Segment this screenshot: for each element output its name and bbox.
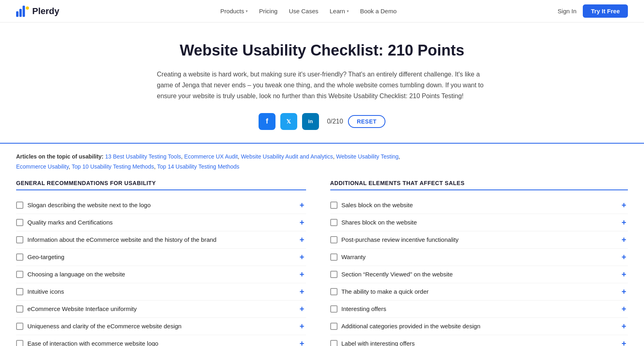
item-expand-right-0[interactable]: + [620,201,628,209]
facebook-share-button[interactable]: f [259,113,275,130]
checkbox-left-3[interactable] [16,253,23,261]
nav-use-cases[interactable]: Use Cases [289,8,318,14]
checklist-grid: GENERAL RECOMMENDATIONS FOR USABILITY Sl… [0,180,644,346]
checkbox-left-8[interactable] [16,340,23,346]
item-expand-right-6[interactable]: + [620,305,628,313]
chevron-down-icon: ▾ [347,9,349,13]
item-expand-left-0[interactable]: + [298,201,306,209]
item-expand-left-5[interactable]: + [298,288,306,296]
item-expand-left-1[interactable]: + [298,218,306,227]
sign-in-link[interactable]: Sign In [558,8,577,14]
linkedin-icon: in [308,118,313,124]
item-label-right-3: Warranty [342,253,366,260]
chevron-down-icon: ▾ [246,9,248,13]
table-row: Information about the eCommerce website … [16,231,306,249]
table-row: Ease of interaction with ecommerce websi… [16,335,306,346]
checkbox-right-2[interactable] [330,236,338,243]
item-label-left-1: Quality marks and Certifications [27,219,113,226]
page-title: Website Usability Checklist: 210 Points [157,42,487,59]
article-link-6[interactable]: Top 10 Usability Testing Methods [72,163,154,170]
right-items-list: Sales block on the website + Shares bloc… [330,197,628,346]
article-link-1[interactable]: 13 Best Usability Testing Tools [105,153,181,160]
article-link-7[interactable]: Top 14 Usability Testing Methods [157,163,239,170]
table-row: Sales block on the website + [330,197,628,214]
item-left-2: Information about the eCommerce website … [16,236,216,243]
item-left-right-2: Post-purchase review incentive functiona… [330,236,459,243]
left-col-header: GENERAL RECOMMENDATIONS FOR USABILITY [16,180,306,190]
item-label-left-7: Uniqueness and clarity of the eCommerce … [27,323,182,330]
logo-text: Plerdy [32,6,59,16]
item-label-right-7: Additional categories provided in the we… [342,323,480,330]
item-left-5: Intuitive icons [16,288,64,295]
nav-products[interactable]: Products ▾ [220,8,248,14]
try-free-button[interactable]: Try It Free [583,4,628,18]
item-expand-left-3[interactable]: + [298,253,306,261]
item-label-left-5: Intuitive icons [27,288,64,295]
item-left-right-6: Interesting offers [330,305,386,313]
table-row: Slogan describing the website next to th… [16,197,306,214]
item-expand-left-4[interactable]: + [298,270,306,278]
item-expand-left-8[interactable]: + [298,340,306,346]
checkbox-right-0[interactable] [330,202,338,209]
table-row: The ability to make a quick order + [330,283,628,301]
nav-book-demo[interactable]: Book a Demo [360,8,397,14]
article-link-5[interactable]: Ecommerce Usability [16,163,68,170]
article-link-4[interactable]: Website Usability Testing [336,153,398,160]
nav-learn[interactable]: Learn ▾ [330,8,349,14]
nav-actions: Sign In Try It Free [558,4,628,18]
article-link-3[interactable]: Website Usability Audit and Analytics [241,153,333,160]
item-expand-left-2[interactable]: + [298,236,306,244]
linkedin-share-button[interactable]: in [302,113,319,130]
item-expand-right-8[interactable]: + [620,340,628,346]
right-col-header: ADDITIONAL ELEMENTS THAT AFFECT SALES [330,180,628,190]
item-left-right-5: The ability to make a quick order [330,288,429,295]
item-label-left-3: Geo-targeting [27,253,64,260]
item-expand-right-7[interactable]: + [620,322,628,330]
reset-button[interactable]: RESET [348,115,385,128]
item-expand-right-1[interactable]: + [620,218,628,227]
item-label-right-0: Sales block on the website [342,202,413,208]
twitter-icon: 𝕏 [286,118,291,125]
article-link-2[interactable]: Ecommerce UX Audit [184,153,238,160]
item-expand-right-4[interactable]: + [620,270,628,278]
nav-pricing[interactable]: Pricing [259,8,277,14]
checkbox-left-1[interactable] [16,219,23,226]
checkbox-right-5[interactable] [330,288,338,295]
item-left-8: Ease of interaction with ecommerce websi… [16,340,158,346]
checkbox-right-3[interactable] [330,253,338,261]
checkbox-left-0[interactable] [16,202,23,209]
table-row: Post-purchase review incentive functiona… [330,231,628,249]
item-left-right-8: Label with interesting offers [330,340,415,346]
item-expand-right-2[interactable]: + [620,236,628,244]
item-expand-left-6[interactable]: + [298,305,306,313]
twitter-share-button[interactable]: 𝕏 [280,113,297,130]
item-label-right-8: Label with interesting offers [342,340,415,346]
item-expand-left-7[interactable]: + [298,322,306,330]
item-left-right-3: Warranty [330,253,366,261]
item-left-7: Uniqueness and clarity of the eCommerce … [16,323,182,330]
item-left-3: Geo-targeting [16,253,64,261]
checkbox-right-6[interactable] [330,305,338,313]
item-left-1: Quality marks and Certifications [16,219,113,226]
checkbox-right-4[interactable] [330,271,338,278]
checkbox-left-2[interactable] [16,236,23,243]
checkbox-left-7[interactable] [16,323,23,330]
checkbox-left-6[interactable] [16,305,23,313]
table-row: eCommerce Website Interface uniformity + [16,301,306,318]
checkbox-left-4[interactable] [16,271,23,278]
navbar: Plerdy Products ▾ Pricing Use Cases Lear… [0,0,644,23]
item-label-right-2: Post-purchase review incentive functiona… [342,236,459,243]
item-expand-right-3[interactable]: + [620,253,628,261]
checklist-counter: 0/210 [327,118,343,125]
logo[interactable]: Plerdy [16,6,59,17]
checkbox-right-8[interactable] [330,340,338,346]
item-left-right-4: Section “Recently Viewed” on the website [330,271,453,278]
checkbox-left-5[interactable] [16,288,23,295]
table-row: Uniqueness and clarity of the eCommerce … [16,318,306,335]
checkbox-right-1[interactable] [330,219,338,226]
item-expand-right-5[interactable]: + [620,288,628,296]
right-column: ADDITIONAL ELEMENTS THAT AFFECT SALES Sa… [322,180,628,346]
nav-links: Products ▾ Pricing Use Cases Learn ▾ Boo… [220,8,397,14]
item-label-left-8: Ease of interaction with ecommerce websi… [27,340,158,346]
checkbox-right-7[interactable] [330,323,338,330]
